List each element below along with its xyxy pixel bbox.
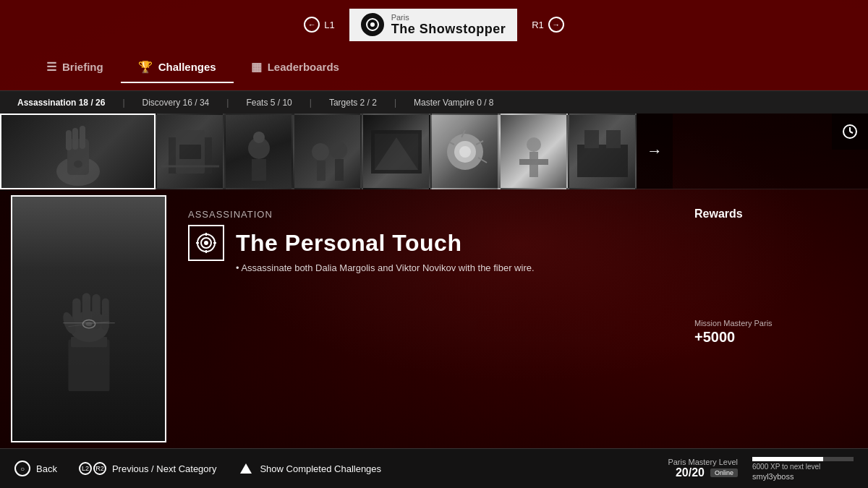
r2-icon: R2 — [93, 462, 106, 475]
svg-rect-14 — [317, 160, 326, 181]
back-label: Back — [36, 463, 57, 474]
thumbnail-image-3 — [226, 115, 292, 188]
xp-bar — [752, 457, 854, 461]
svg-point-13 — [312, 143, 329, 160]
rewards-area: Rewards Mission Mastery Paris +5000 — [680, 207, 854, 441]
next-arrow-icon: → — [647, 142, 663, 160]
show-completed-label: Show Completed Challenges — [260, 463, 381, 474]
svg-rect-31 — [584, 130, 599, 148]
thumbnail-8[interactable] — [568, 114, 637, 189]
l2-r2-icons: L2 R2 — [79, 462, 106, 475]
svg-rect-29 — [519, 159, 548, 165]
svg-rect-42 — [101, 298, 109, 330]
target-icon — [366, 18, 379, 31]
triangle-btn-icon — [238, 461, 254, 476]
thumbnails-next-button[interactable]: → — [637, 114, 673, 189]
thumbnail-image-5 — [363, 115, 429, 188]
category-assassination[interactable]: Assassination 18 / 26 — [14, 98, 108, 108]
thumbnails-row: → — [0, 114, 868, 189]
online-badge: Online — [710, 468, 738, 477]
show-completed-button[interactable]: Show Completed Challenges — [238, 461, 381, 476]
reward-label: Mission Mastery Paris — [694, 319, 854, 328]
prev-next-category-button[interactable]: L2 R2 Previous / Next Category — [79, 462, 217, 475]
mission-title-row: ← L1 Paris The Showstopper R1 → — [0, 0, 868, 43]
challenge-right-content: Assassination — [166, 189, 868, 448]
mastery-label: Paris Mastery Level — [668, 458, 738, 466]
top-navigation: ← L1 Paris The Showstopper R1 → ☰ Briefi… — [0, 0, 868, 90]
rewards-title: Rewards — [694, 207, 854, 221]
mission-text: Paris The Showstopper — [391, 13, 506, 37]
category-bar: Assassination 18 / 26 | Discovery 16 / 3… — [0, 90, 868, 114]
thumbnail-4[interactable] — [293, 114, 362, 189]
thumbnail-selected[interactable] — [0, 114, 156, 189]
mastery-level-row: 20/20 Online — [676, 466, 738, 479]
xp-bar-container: 6000 XP to next level smyl3yboss — [752, 457, 854, 481]
tab-leaderboards[interactable]: ▦ Leaderboards — [234, 51, 357, 83]
thumbnail-image-7 — [501, 115, 566, 188]
tab-briefing[interactable]: ☰ Briefing — [29, 51, 121, 83]
challenge-main-section: Assassination — [166, 189, 868, 448]
thumbnail-3[interactable] — [224, 114, 293, 189]
thumbnail-image-8 — [569, 115, 635, 188]
svg-rect-9 — [179, 145, 201, 159]
prev-mission-nav[interactable]: ← L1 — [304, 17, 334, 33]
challenges-icon: 🏆 — [138, 60, 153, 74]
left-arrow-icon[interactable]: ← — [304, 17, 320, 33]
l1-label: L1 — [324, 20, 334, 30]
tab-challenges-label: Challenges — [158, 61, 216, 73]
triangle-shape — [240, 463, 252, 474]
mastery-info: Paris Mastery Level 20/20 Online — [668, 458, 738, 479]
challenge-title-row: The Personal Touch — [188, 225, 680, 261]
svg-rect-41 — [92, 294, 100, 330]
mission-name: The Showstopper — [391, 22, 506, 37]
reward-value: +5000 — [694, 329, 854, 346]
challenge-description: Assassinate both Dalia Margolis and Vikt… — [188, 261, 680, 275]
challenge-detail-area: Assassination — [0, 189, 868, 448]
mastery-section: Paris Mastery Level 20/20 Online 6000 XP… — [668, 457, 854, 481]
svg-point-50 — [205, 241, 208, 244]
back-button[interactable]: ○ Back — [14, 461, 57, 476]
main-content: → — [0, 114, 868, 448]
xp-label: 6000 XP to next level — [752, 463, 854, 471]
svg-rect-3 — [80, 126, 85, 149]
challenge-text-area: Assassination — [188, 207, 680, 441]
mission-icon — [361, 13, 384, 36]
category-targets[interactable]: Targets 2 / 2 — [326, 98, 380, 108]
svg-point-22 — [459, 146, 471, 158]
svg-line-35 — [850, 132, 853, 133]
svg-rect-2 — [72, 128, 78, 150]
tab-leaderboards-label: Leaderboards — [268, 61, 339, 73]
category-discovery[interactable]: Discovery 16 / 34 — [140, 98, 213, 108]
svg-rect-16 — [335, 159, 344, 181]
clock-filter-button[interactable] — [832, 114, 868, 150]
thumbnail-7[interactable] — [499, 114, 568, 189]
briefing-icon: ☰ — [46, 60, 56, 74]
svg-rect-30 — [577, 145, 628, 177]
svg-rect-4 — [66, 130, 72, 150]
thumbnail-image-6 — [432, 115, 498, 188]
xp-fill — [752, 457, 823, 461]
next-mission-nav[interactable]: R1 → — [532, 17, 564, 33]
l2-icon: L2 — [79, 462, 92, 475]
svg-point-15 — [330, 142, 347, 159]
challenge-category: Assassination — [188, 209, 273, 220]
r1-label: R1 — [532, 20, 544, 30]
challenge-title: The Personal Touch — [236, 230, 461, 257]
leaderboards-icon: ▦ — [251, 60, 262, 74]
challenge-artwork — [12, 197, 165, 441]
challenge-image-panel — [11, 195, 166, 442]
tab-row: ☰ Briefing 🏆 Challenges ▦ Leaderboards — [0, 43, 868, 83]
right-arrow-icon[interactable]: → — [548, 17, 564, 33]
tab-challenges[interactable]: 🏆 Challenges — [121, 51, 234, 83]
bottom-bar: ○ Back L2 R2 Previous / Next Category Sh… — [0, 448, 868, 488]
svg-point-12 — [253, 132, 265, 143]
reward-item: Mission Mastery Paris +5000 — [694, 232, 854, 346]
category-feats[interactable]: Feats 5 / 10 — [243, 98, 294, 108]
thumbnail-6[interactable] — [430, 114, 499, 189]
category-master-vampire[interactable]: Master Vampire 0 / 8 — [411, 98, 496, 108]
thumbnail-image-2 — [157, 115, 223, 188]
svg-point-27 — [527, 137, 541, 152]
thumbnail-5[interactable] — [362, 114, 430, 189]
thumbnail-2[interactable] — [156, 114, 224, 189]
mastery-level: 20/20 — [676, 466, 705, 479]
